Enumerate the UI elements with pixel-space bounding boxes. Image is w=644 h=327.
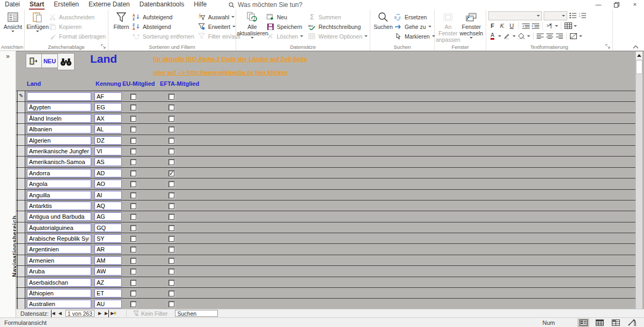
bullet-list-icon[interactable]: [569, 12, 577, 20]
kennung-input[interactable]: [94, 202, 122, 210]
record-selector[interactable]: [17, 211, 25, 221]
decrease-indent-icon[interactable]: [522, 22, 530, 30]
land-input[interactable]: [27, 234, 91, 243]
fill-bucket-icon[interactable]: [517, 32, 525, 40]
refresh-all-button[interactable]: Alle aktualisieren: [238, 11, 266, 39]
land-input[interactable]: [27, 158, 91, 166]
eu-checkbox[interactable]: [130, 291, 136, 296]
kennung-input[interactable]: [94, 92, 122, 101]
record-selector[interactable]: [17, 244, 25, 254]
record-selector[interactable]: [17, 190, 25, 200]
kennung-input[interactable]: [94, 158, 122, 166]
cut-button[interactable]: Ausschneiden: [48, 12, 106, 21]
eu-checkbox[interactable]: [130, 247, 136, 252]
kennung-input[interactable]: [94, 267, 122, 276]
land-input[interactable]: [27, 256, 91, 265]
gridlines-icon[interactable]: [564, 22, 572, 30]
eu-checkbox[interactable]: [130, 94, 136, 100]
eu-checkbox[interactable]: [130, 138, 136, 144]
tab-hilfe[interactable]: Hilfe: [189, 0, 211, 10]
efta-checkbox[interactable]: [169, 138, 174, 144]
text-direction-icon[interactable]: >¶: [545, 22, 553, 30]
kennung-input[interactable]: [94, 234, 122, 243]
dialog-launcher-icon[interactable]: [605, 44, 611, 49]
record-selector[interactable]: [17, 113, 25, 123]
record-selector[interactable]: [17, 288, 25, 298]
dialog-launcher-icon[interactable]: [101, 44, 106, 49]
zoll-seite-link[interactable]: für aktuelle ISO-Alpha-2 Code der Länder…: [153, 56, 307, 62]
kennung-input[interactable]: [94, 300, 122, 308]
record-search-input[interactable]: [175, 310, 218, 317]
record-selector[interactable]: [17, 255, 25, 265]
record-selector[interactable]: [17, 266, 25, 276]
vertical-scrollbar[interactable]: [635, 51, 642, 309]
numbered-list-icon[interactable]: 12: [579, 12, 587, 20]
replace-button[interactable]: bc Ersetzen: [394, 12, 435, 21]
filter-status[interactable]: Kein Filter: [126, 310, 168, 317]
land-input[interactable]: [27, 289, 91, 298]
kennung-input[interactable]: [94, 169, 122, 177]
eu-checkbox[interactable]: [130, 105, 136, 110]
record-selector[interactable]: [17, 146, 25, 156]
kennung-input[interactable]: [94, 136, 122, 145]
efta-checkbox[interactable]: ✓: [169, 170, 174, 176]
land-input[interactable]: [27, 202, 91, 210]
efta-checkbox[interactable]: [169, 127, 174, 132]
layout-view-button[interactable]: [610, 318, 621, 327]
land-input[interactable]: [27, 136, 91, 145]
land-input[interactable]: [27, 212, 91, 221]
tab-externe-daten[interactable]: Externe Daten: [84, 0, 135, 10]
navigation-pane-collapsed[interactable]: » Navigationsbereich: [0, 51, 16, 317]
record-position-box[interactable]: 1 von 263: [65, 310, 94, 317]
efta-checkbox[interactable]: [169, 192, 174, 198]
efta-checkbox[interactable]: [169, 269, 174, 274]
efta-checkbox[interactable]: [169, 148, 174, 154]
tab-datei[interactable]: Datei: [0, 0, 25, 10]
collapse-ribbon-icon[interactable]: [633, 45, 639, 49]
kennung-input[interactable]: [94, 191, 122, 199]
first-record-button[interactable]: ◀: [51, 310, 57, 317]
record-selector[interactable]: [17, 135, 25, 145]
spelling-button[interactable]: abc Rechtschreibung: [308, 22, 368, 31]
record-selector[interactable]: [17, 299, 25, 309]
scroll-up-icon[interactable]: [636, 51, 642, 60]
eu-checkbox[interactable]: [130, 225, 136, 231]
land-input[interactable]: [27, 169, 91, 177]
eu-checkbox[interactable]: [130, 269, 136, 274]
land-input[interactable]: [27, 267, 91, 276]
copy-button[interactable]: Kopieren: [48, 22, 106, 31]
eu-checkbox[interactable]: [130, 280, 136, 286]
land-input[interactable]: [27, 114, 91, 123]
land-input[interactable]: [27, 180, 91, 188]
delete-record-button[interactable]: Löschen: [266, 32, 304, 41]
minimize-button[interactable]: —: [589, 0, 608, 10]
record-selector[interactable]: [17, 200, 25, 211]
kennung-input[interactable]: [94, 125, 122, 133]
kennung-input[interactable]: [94, 103, 122, 112]
eu-checkbox[interactable]: [130, 301, 136, 307]
size-to-fit-button[interactable]: An Fenster anpassen: [437, 11, 459, 43]
filter-button[interactable]: Filtern: [111, 11, 132, 31]
tab-erstellen[interactable]: Erstellen: [49, 0, 84, 10]
land-input[interactable]: [27, 224, 91, 232]
save-record-button[interactable]: Speichern: [266, 22, 304, 31]
italic-button[interactable]: K: [498, 22, 506, 30]
align-right-icon[interactable]: [555, 32, 564, 40]
efta-checkbox[interactable]: [169, 116, 174, 122]
search-country-button[interactable]: [57, 53, 75, 70]
wikipedia-link[interactable]: oder auf --> http://www.wikipedia.de hie…: [153, 69, 288, 76]
eu-checkbox[interactable]: [130, 127, 136, 132]
efta-checkbox[interactable]: [169, 280, 174, 286]
restore-button[interactable]: [608, 0, 626, 10]
datasheet-view-button[interactable]: [594, 318, 605, 327]
record-selector[interactable]: ✎: [17, 91, 25, 101]
find-button[interactable]: Suchen: [372, 11, 394, 31]
close-button[interactable]: ×: [626, 0, 644, 10]
totals-button[interactable]: Σ Summen: [308, 12, 368, 21]
kennung-input[interactable]: [94, 114, 122, 123]
efta-checkbox[interactable]: [169, 291, 174, 296]
eu-checkbox[interactable]: [130, 170, 136, 176]
sort-descending-button[interactable]: ZA Absteigend: [132, 22, 194, 31]
select-button[interactable]: Markieren: [394, 32, 435, 41]
record-selector[interactable]: [17, 222, 25, 233]
